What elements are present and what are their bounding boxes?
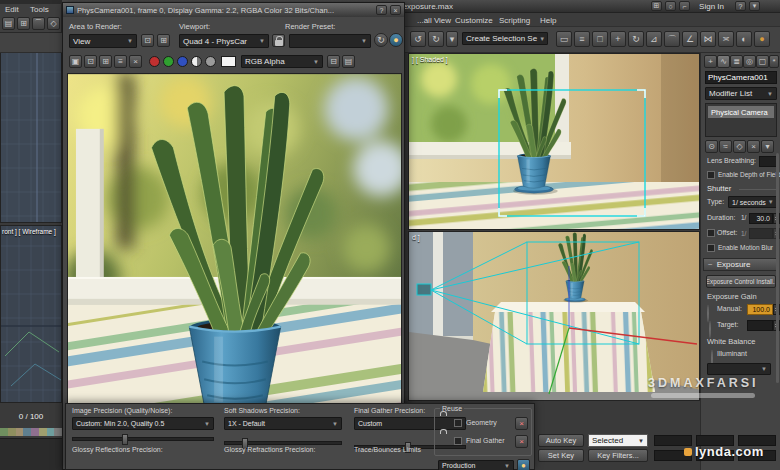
rotate-icon[interactable]: ↻ [628,31,644,47]
search-icon[interactable]: ○ [665,1,676,11]
clear-image-icon[interactable]: × [129,55,142,68]
menu-help[interactable]: Help [540,16,556,25]
key-icon[interactable]: ⌐ [679,1,690,11]
move-icon[interactable]: + [610,31,626,47]
open-icon[interactable]: ▤ [2,17,15,30]
undo-icon[interactable]: ↺ [410,31,426,47]
slider-handle[interactable] [122,434,128,445]
render-icon[interactable]: ● [754,31,770,47]
shutter-type-dropdown[interactable]: 1/ seconds ▼ [728,196,777,208]
pin-stack-icon[interactable]: ⊙ [705,140,718,153]
render-teapot-icon[interactable]: ● [517,459,530,470]
red-channel-icon[interactable] [149,56,160,67]
motion-blur-checkbox[interactable] [707,244,715,252]
help-icon[interactable]: ? [735,1,746,11]
reuse-final-gather-checkbox[interactable] [454,437,462,445]
green-channel-icon[interactable] [163,56,174,67]
viewport-label[interactable]: ] [ Shaded ] [412,56,448,63]
rfw-titlebar[interactable]: PhysCamera001, frame 0, Display Gamma: 2… [63,3,404,17]
render-setup-icon[interactable]: ↻ [374,33,388,47]
layers-icon[interactable]: ⊟ [327,55,340,68]
monochrome-icon[interactable] [191,56,202,67]
viewport-top-left[interactable]: p ] [ Wireframe ] [0,33,62,223]
sign-in-link[interactable]: Sign In [699,2,724,11]
menu-all-view[interactable]: ...all View [417,16,451,25]
modifier-list-dropdown[interactable]: Modifier List ▼ [705,87,777,100]
image-precision-dropdown[interactable]: Custom: Min 2.0, Quality 0.5 ▼ [72,417,214,430]
clear-geometry-icon[interactable]: × [515,417,528,430]
link-icon[interactable]: ◇ [47,17,60,30]
create-tab-icon[interactable]: + [704,55,717,68]
hierarchy-tab-icon[interactable]: ≣ [730,55,743,68]
alpha-channel-icon[interactable] [205,56,216,67]
manual-value-field[interactable]: 100.0 [747,304,773,315]
blue-channel-icon[interactable] [177,56,188,67]
exposure-control-install-button[interactable]: Exposure Control Install.. [706,275,776,288]
soft-shadows-dropdown[interactable]: 1X - Default ▼ [224,417,342,430]
scale-icon[interactable]: ⊿ [646,31,662,47]
menu-edit[interactable]: Edit [5,5,19,14]
object-name-field[interactable]: PhysCamera001 [705,71,777,84]
illuminant-dropdown[interactable]: ▼ [707,363,771,375]
select-object-icon[interactable]: ▭ [556,31,572,47]
show-end-result-icon[interactable]: ≈ [719,140,732,153]
reuse-geometry-checkbox[interactable] [454,419,462,427]
area-to-render-dropdown[interactable]: View ▼ [69,34,137,48]
exposure-rollout-header[interactable]: − Exposure [703,258,779,271]
lens-breathing-field[interactable] [759,156,777,167]
utilities-tab-icon[interactable]: * [769,55,779,68]
auto-key-button[interactable]: Auto Key [538,434,584,447]
viewport-camera[interactable]: ] [ Shaded ] [408,53,700,230]
channels-icon[interactable]: ▤ [342,55,355,68]
copy-image-icon[interactable]: ⊡ [84,55,97,68]
region-icon[interactable]: ⊡ [141,34,154,47]
viewport-front-left[interactable]: ront ] [ Wireframe ] [0,225,62,403]
viewport-select-dropdown[interactable]: Quad 4 - PhysCar ▼ [179,34,269,48]
chevron-down-icon[interactable]: ▾ [749,1,760,11]
target-value-field[interactable] [747,320,773,331]
set-key-button[interactable]: Set Key [538,449,584,462]
soft-shadows-slider[interactable] [224,441,342,445]
panel-scrollbar[interactable] [776,153,779,383]
modifier-stack-item[interactable]: Physical Camera [708,106,774,118]
image-precision-slider[interactable] [72,437,214,441]
edit-region-icon[interactable]: ⊞ [157,34,170,47]
render-button-icon[interactable]: ● [389,33,403,47]
menu-tools[interactable]: Tools [30,5,49,14]
clone-window-icon[interactable]: ⊞ [99,55,112,68]
clear-final-gather-icon[interactable]: × [515,435,528,448]
angle-snap-icon[interactable]: ∠ [682,31,698,47]
save-image-icon[interactable]: ▣ [69,55,82,68]
key-filters-button[interactable]: Key Filters... [588,449,648,462]
make-unique-icon[interactable]: ◇ [733,140,746,153]
channel-display-dropdown[interactable]: RGB Alpha ▼ [241,55,323,68]
grid-icon[interactable]: ⊞ [17,17,30,30]
offset-checkbox[interactable] [707,229,715,237]
menu-customize[interactable]: Customize [455,16,493,25]
select-region-icon[interactable]: □ [592,31,608,47]
print-image-icon[interactable]: ≡ [114,55,127,68]
material-editor-icon[interactable]: ◐ [736,31,752,47]
help-icon[interactable]: ? [376,5,387,15]
magnet-icon[interactable]: ⌒ [32,17,45,30]
snap-toggle-icon[interactable]: ⌒ [664,31,680,47]
selection-filter-icon[interactable]: ▾ [446,31,458,47]
render-mode-dropdown[interactable]: Production ▼ [438,460,514,470]
align-icon[interactable]: ≍ [718,31,734,47]
modify-tab-icon[interactable]: ∿ [717,55,730,68]
workspace-icon[interactable]: ⊞ [651,1,662,11]
viewport-label[interactable]: ront ] [ Wireframe ] [2,228,56,235]
display-tab-icon[interactable]: ▢ [756,55,769,68]
remove-modifier-icon[interactable]: × [747,140,760,153]
enable-dof-checkbox[interactable] [707,171,715,179]
configure-modifier-sets-icon[interactable]: ▾ [761,140,774,153]
select-by-name-icon[interactable]: ≡ [574,31,590,47]
viewport-label[interactable]: d ] [412,234,420,241]
menu-scripting[interactable]: Scripting [499,16,530,25]
render-preset-dropdown[interactable]: ▼ [289,34,371,48]
redo-icon[interactable]: ↻ [428,31,444,47]
mirror-icon[interactable]: ⋈ [700,31,716,47]
offset-field[interactable] [749,228,773,239]
track-bar[interactable] [0,428,62,436]
selection-set-dropdown[interactable]: Selected ▼ [588,434,648,447]
